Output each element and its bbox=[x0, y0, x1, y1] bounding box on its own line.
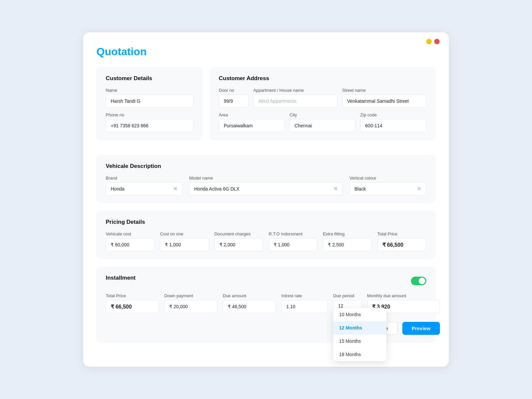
zip-field: Zip code 600-114 bbox=[360, 112, 426, 132]
extra-fitting-field: Extra fitting ₹ 2,500 bbox=[323, 231, 372, 251]
installment-header: Installment bbox=[106, 275, 426, 287]
total-price-field: Total Price ₹ 66,500 bbox=[377, 231, 426, 251]
name-value: Harsh Tandi G bbox=[106, 94, 194, 108]
model-clear-button[interactable]: ✕ bbox=[333, 186, 338, 192]
model-value: Honda Activa 6G DLX ✕ bbox=[189, 182, 343, 196]
phone-value: +91 7358 623 866 bbox=[106, 119, 194, 132]
cost-on-one-label: Cost on one bbox=[160, 231, 209, 236]
colour-field: Vehical colour Black ✕ bbox=[349, 176, 426, 196]
city-label: City bbox=[290, 112, 356, 117]
customer-address-title: Customer Address bbox=[219, 75, 426, 82]
installment-total-field: Total Price ₹ 66,500 bbox=[106, 293, 159, 313]
installment-total-value: ₹ 66,500 bbox=[106, 300, 159, 313]
interest-rate-field: Intrest rate 1.10 bbox=[281, 293, 328, 313]
vehicle-cost-value: ₹ 60,000 bbox=[106, 238, 155, 251]
area-label: Area bbox=[219, 112, 285, 117]
area-value: Pursaiwalkam bbox=[219, 119, 285, 132]
option-10-months[interactable]: 10 Months bbox=[333, 308, 386, 321]
colour-label: Vehical colour bbox=[349, 176, 426, 181]
down-payment-field: Down payment ₹ 20,000 bbox=[164, 293, 217, 313]
window-controls bbox=[426, 39, 440, 44]
document-charges-field: Document charges ₹ 2,000 bbox=[214, 231, 263, 251]
due-period-label: Due period bbox=[333, 293, 362, 298]
document-charges-value: ₹ 2,000 bbox=[214, 238, 263, 251]
installment-title: Installment bbox=[106, 275, 136, 281]
due-period-menu: 10 Months 12 Months 15 Months 18 Months bbox=[333, 308, 386, 361]
zip-label: Zip code bbox=[360, 112, 426, 117]
city-value: Chennai bbox=[290, 119, 356, 132]
brand-value: Honda ✕ bbox=[106, 182, 183, 196]
app-window: Quotation Customer Details Name Harsh Ta… bbox=[83, 32, 449, 367]
rto-field: R.T.O Indorsment ₹ 1,000 bbox=[269, 231, 318, 251]
street-value: Venkatammal Samadhi Street bbox=[342, 94, 426, 108]
vehicle-description-title: Vehicale Description bbox=[106, 163, 426, 170]
model-field: Model name Honda Activa 6G DLX ✕ bbox=[189, 176, 343, 196]
minimize-button[interactable] bbox=[426, 39, 432, 44]
customer-details-title: Customer Details bbox=[106, 75, 194, 82]
phone-label: Phone no bbox=[106, 112, 194, 117]
colour-value: Black ✕ bbox=[349, 182, 426, 196]
apartment-field: Appartment / House name Abcd Appartments bbox=[253, 88, 337, 108]
model-label: Model name bbox=[189, 176, 343, 181]
cost-on-one-value: ₹ 1,000 bbox=[160, 238, 209, 251]
extra-fitting-value: ₹ 2,500 bbox=[323, 238, 372, 251]
total-price-value: ₹ 66,500 bbox=[377, 238, 426, 251]
phone-field: Phone no +91 7358 623 866 bbox=[106, 112, 194, 132]
interest-rate-label: Intrest rate bbox=[281, 293, 328, 298]
due-amount-field: Due amount ₹ 46,500 bbox=[223, 293, 276, 313]
customer-address-card: Customer Address Door no 99/9 Appartment… bbox=[209, 67, 436, 140]
down-payment-label: Down payment bbox=[164, 293, 217, 298]
pricing-details-card: Pricing Details Vehicale cost ₹ 60,000 C… bbox=[96, 211, 436, 259]
brand-clear-button[interactable]: ✕ bbox=[173, 186, 178, 192]
door-field: Door no 99/9 bbox=[219, 88, 249, 108]
installment-total-label: Total Price bbox=[106, 293, 159, 298]
monthly-due-label: Monthly due amount bbox=[367, 293, 440, 298]
brand-field: Brand Honda ✕ bbox=[106, 176, 183, 196]
preview-button[interactable]: Preview bbox=[402, 322, 440, 335]
door-label: Door no bbox=[219, 88, 249, 93]
option-18-months[interactable]: 18 Months bbox=[333, 348, 386, 361]
option-12-months[interactable]: 12 Months bbox=[333, 321, 386, 334]
vehicle-cost-label: Vehicale cost bbox=[106, 231, 155, 236]
close-button[interactable] bbox=[434, 39, 440, 44]
name-field: Name Harsh Tandi G bbox=[106, 88, 194, 108]
customer-details-card: Customer Details Name Harsh Tandi G Phon… bbox=[96, 67, 203, 140]
due-amount-value: ₹ 46,500 bbox=[223, 300, 276, 313]
installment-card: Installment Total Price ₹ 66,500 Down pa… bbox=[96, 267, 436, 343]
interest-rate-value: 1.10 bbox=[281, 300, 328, 313]
rto-value: ₹ 1,000 bbox=[269, 238, 318, 251]
document-charges-label: Document charges bbox=[214, 231, 263, 236]
rto-label: R.T.O Indorsment bbox=[269, 231, 318, 236]
cost-on-one-field: Cost on one ₹ 1,000 bbox=[160, 231, 209, 251]
installment-toggle[interactable] bbox=[411, 277, 426, 285]
colour-clear-button[interactable]: ✕ bbox=[417, 186, 421, 192]
area-field: Area Pursaiwalkam bbox=[219, 112, 285, 132]
street-field: Street name Venkatammal Samadhi Street bbox=[342, 88, 426, 108]
page-title: Quotation bbox=[96, 46, 436, 58]
vehicle-description-card: Vehicale Description Brand Honda ✕ Model… bbox=[96, 155, 436, 203]
door-value: 99/9 bbox=[219, 94, 249, 108]
vehicle-cost-field: Vehicale cost ₹ 60,000 bbox=[106, 231, 155, 251]
name-label: Name bbox=[106, 88, 194, 93]
extra-fitting-label: Extra fitting bbox=[323, 231, 372, 236]
option-15-months[interactable]: 15 Months bbox=[333, 334, 386, 348]
pricing-details-title: Pricing Details bbox=[106, 219, 426, 225]
due-period-field: Due period 12 Months 10 Months 12 Months… bbox=[333, 293, 362, 317]
total-price-label: Total Price bbox=[377, 231, 426, 236]
due-amount-label: Due amount bbox=[223, 293, 276, 298]
street-label: Street name bbox=[342, 88, 426, 93]
city-field: City Chennai bbox=[290, 112, 356, 132]
apartment-label: Appartment / House name bbox=[253, 88, 337, 93]
down-payment-value: ₹ 20,000 bbox=[164, 300, 217, 313]
apartment-value: Abcd Appartments bbox=[253, 94, 337, 108]
brand-label: Brand bbox=[106, 176, 183, 181]
zip-value: 600-114 bbox=[360, 119, 426, 132]
